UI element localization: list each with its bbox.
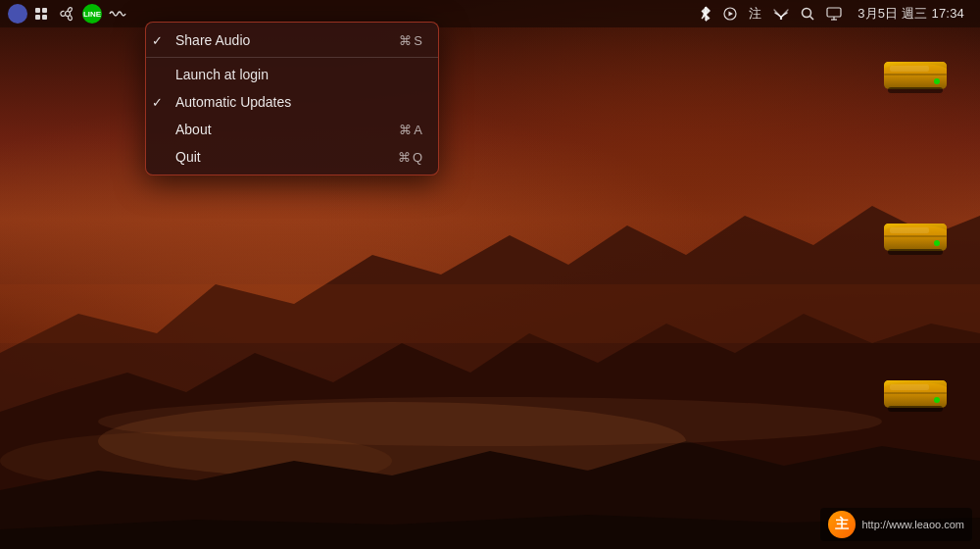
shortcut-key-about: A xyxy=(414,123,422,137)
menu-label-launch-at-login: Launch at login xyxy=(175,67,269,82)
menubar-right: 注 3月5日 週三 17:34 xyxy=(696,3,968,25)
svg-rect-25 xyxy=(890,66,929,72)
menu-item-about[interactable]: About ⌘ A xyxy=(146,116,438,143)
svg-point-15 xyxy=(780,18,782,20)
svg-rect-29 xyxy=(884,235,947,237)
shortcut-key-quit: Q xyxy=(413,150,422,165)
menu-item-automatic-updates[interactable]: ✓ Automatic Updates xyxy=(146,88,438,116)
svg-marker-14 xyxy=(729,12,734,17)
svg-point-12 xyxy=(66,12,71,17)
watermark-text: http://www.leaoo.com xyxy=(861,519,964,530)
menubar-wave-icon[interactable] xyxy=(104,3,131,25)
check-share-audio: ✓ xyxy=(152,33,163,48)
svg-line-17 xyxy=(810,17,814,21)
menu-item-launch-at-login[interactable]: Launch at login xyxy=(146,61,438,88)
mountain-svg xyxy=(0,137,980,549)
menu-label-share-audio: Share Audio xyxy=(175,32,250,48)
watermark-icon: 主 xyxy=(828,511,856,538)
svg-point-23 xyxy=(934,78,940,84)
shortcut-share-audio: ⌘ S xyxy=(399,33,422,48)
svg-rect-35 xyxy=(890,384,929,390)
datetime: 3月5日 週三 17:34 xyxy=(854,3,968,25)
svg-rect-32 xyxy=(888,406,943,412)
svg-rect-24 xyxy=(884,74,947,75)
svg-point-16 xyxy=(803,9,811,18)
drive-svg-3 xyxy=(880,363,951,414)
menu-label-quit: Quit xyxy=(175,149,201,165)
drive-svg-2 xyxy=(880,206,951,257)
svg-rect-34 xyxy=(884,392,947,394)
menu-label-automatic-updates: Automatic Updates xyxy=(175,94,291,110)
svg-rect-6 xyxy=(0,284,980,343)
svg-rect-30 xyxy=(890,227,929,233)
zh-input-icon[interactable]: 注 xyxy=(745,3,765,25)
wifi-icon[interactable] xyxy=(769,3,793,25)
svg-rect-8 xyxy=(35,8,40,13)
menubar-grid-icon[interactable] xyxy=(29,3,53,25)
svg-point-33 xyxy=(934,397,940,403)
shortcut-key: S xyxy=(414,33,422,48)
watermark-icon-text: 主 xyxy=(835,516,849,533)
drive-icon-2[interactable] xyxy=(880,206,951,257)
drive-svg-1 xyxy=(880,44,951,95)
menubar-line-icon[interactable]: LINE xyxy=(82,4,102,24)
cmd-symbol-quit: ⌘ xyxy=(398,150,411,165)
svg-rect-27 xyxy=(888,249,943,255)
menubar-left: LINE xyxy=(0,0,139,27)
svg-rect-18 xyxy=(827,8,841,17)
menubar-fan-icon[interactable] xyxy=(55,3,80,25)
menubar-app-icon-blue[interactable] xyxy=(8,4,27,24)
svg-rect-22 xyxy=(888,87,943,93)
shortcut-quit: ⌘ Q xyxy=(398,150,422,165)
search-icon[interactable] xyxy=(797,3,818,25)
svg-point-7 xyxy=(98,397,882,446)
separator-1 xyxy=(146,57,438,58)
play-icon[interactable] xyxy=(719,3,741,25)
svg-rect-11 xyxy=(42,15,47,20)
shortcut-about: ⌘ A xyxy=(399,123,422,137)
menu-label-about: About xyxy=(175,122,212,137)
svg-rect-9 xyxy=(42,8,47,13)
display-icon[interactable] xyxy=(822,3,846,25)
bluetooth-icon[interactable] xyxy=(696,3,715,25)
svg-rect-10 xyxy=(35,15,40,20)
svg-point-28 xyxy=(934,240,940,246)
drive-icon-1[interactable] xyxy=(880,44,951,95)
menu-item-share-audio[interactable]: ✓ Share Audio ⌘ S xyxy=(146,26,438,54)
drive-icon-3[interactable] xyxy=(880,363,951,414)
check-automatic-updates: ✓ xyxy=(152,95,163,110)
menu-item-quit[interactable]: Quit ⌘ Q xyxy=(146,143,438,171)
context-menu: ✓ Share Audio ⌘ S Launch at login ✓ Auto… xyxy=(145,22,439,175)
cmd-symbol-about: ⌘ xyxy=(399,123,412,137)
line-label: LINE xyxy=(83,10,101,19)
cmd-symbol: ⌘ xyxy=(399,33,412,48)
watermark: 主 http://www.leaoo.com xyxy=(820,508,972,541)
